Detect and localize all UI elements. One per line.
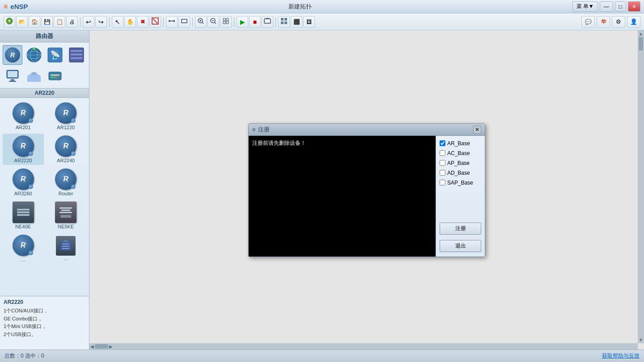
ad-base-label: AD_Base bbox=[447, 170, 470, 176]
huawei-button[interactable]: 华 bbox=[597, 16, 610, 28]
ac-base-checkbox[interactable] bbox=[440, 150, 445, 156]
sap-base-checkbox[interactable] bbox=[440, 180, 445, 185]
device-ar2220[interactable]: R AR2220 bbox=[3, 134, 44, 165]
user-button[interactable]: 👤 bbox=[627, 16, 640, 28]
image-button[interactable]: 🖼 bbox=[303, 16, 315, 28]
new-button[interactable]: + bbox=[4, 16, 15, 28]
black-square-button[interactable]: ⬛ bbox=[291, 16, 302, 28]
settings-button[interactable]: ⚙ bbox=[612, 16, 625, 28]
svg-rect-34 bbox=[71, 54, 82, 55]
zoom-in-button[interactable] bbox=[195, 16, 207, 28]
modal-close-button[interactable]: ✕ bbox=[473, 126, 481, 134]
device-more-1[interactable]: R … bbox=[3, 233, 44, 264]
undo-icon: ↩ bbox=[86, 18, 91, 25]
settings-icon: ⚙ bbox=[616, 18, 621, 25]
svg-rect-53 bbox=[60, 241, 71, 250]
ac-base-label: AC_Base bbox=[447, 150, 470, 156]
snapshot-button[interactable] bbox=[262, 16, 273, 28]
save-button[interactable]: 💾 bbox=[41, 16, 53, 28]
black-square-icon: ⬛ bbox=[293, 19, 300, 25]
titlebar-right-buttons: 菜 单▼ — □ ✕ bbox=[572, 1, 640, 12]
area-delete-button[interactable] bbox=[149, 16, 161, 28]
svg-rect-35 bbox=[71, 57, 82, 59]
sep3 bbox=[163, 17, 164, 27]
device-ar3260[interactable]: R AR3260 bbox=[3, 167, 44, 198]
svg-point-6 bbox=[173, 20, 175, 22]
device-ar1220[interactable]: R AR1220 bbox=[46, 101, 87, 132]
print-button[interactable]: 🖨 bbox=[66, 16, 78, 28]
device-router[interactable]: R Router bbox=[46, 167, 87, 198]
titlebar-left: ≡ eNSP bbox=[4, 3, 28, 11]
rect-button[interactable] bbox=[178, 16, 190, 28]
home-button[interactable]: 🏠 bbox=[29, 16, 40, 28]
app-name: eNSP bbox=[10, 3, 28, 10]
wireless-icon[interactable]: 📡 bbox=[46, 45, 65, 65]
minimize-button[interactable]: — bbox=[600, 1, 613, 12]
fit-button[interactable] bbox=[220, 16, 232, 28]
exit-button[interactable]: 退出 bbox=[440, 240, 481, 252]
stop-icon: ■ bbox=[253, 18, 257, 25]
toolbar: + 📂 🏠 💾 📋 🖨 ↩ ↪ ↖ ✋ ✖ bbox=[0, 13, 644, 30]
device-ar2240[interactable]: R AR2240 bbox=[46, 134, 87, 165]
statusbar-left: 总数：0 选中：0 bbox=[4, 352, 44, 360]
stop-button[interactable]: ■ bbox=[249, 16, 261, 28]
device-more-2[interactable]: … bbox=[46, 233, 87, 264]
svg-rect-38 bbox=[11, 79, 14, 81]
select-button[interactable]: ↖ bbox=[112, 16, 123, 28]
connect-button[interactable] bbox=[166, 16, 178, 28]
modal-title-text: 注册 bbox=[258, 126, 270, 134]
chat-button[interactable]: 💬 bbox=[581, 16, 595, 28]
undo-button[interactable]: ↩ bbox=[83, 16, 94, 28]
svg-rect-18 bbox=[226, 21, 229, 24]
maximize-button[interactable]: □ bbox=[615, 1, 626, 12]
topo-icon bbox=[280, 17, 288, 26]
svg-rect-33 bbox=[71, 50, 82, 52]
modal-overlay: ≡ 注册 ✕ 注册前请先删除设备！ bbox=[89, 30, 644, 349]
save-icon: 💾 bbox=[44, 19, 51, 25]
svg-line-14 bbox=[215, 22, 216, 24]
router-type-2-icon[interactable] bbox=[24, 45, 44, 65]
hand-button[interactable]: ✋ bbox=[124, 16, 136, 28]
redo-button[interactable]: ↪ bbox=[95, 16, 107, 28]
play-button[interactable]: ▶ bbox=[237, 16, 248, 28]
open-button[interactable]: 📂 bbox=[16, 16, 28, 28]
svg-rect-39 bbox=[9, 81, 16, 82]
device-list-scroll[interactable]: R AR201 R AR1220 R AR2220 bbox=[0, 98, 89, 296]
device-ne5ke[interactable]: NE5KE bbox=[46, 200, 87, 231]
rect-icon bbox=[181, 17, 188, 26]
zoom-out-button[interactable] bbox=[208, 16, 219, 28]
statusbar-right[interactable]: 获取帮助与反馈 bbox=[602, 352, 640, 360]
canvas-area[interactable]: ▲ ▼ ◀ ▶ ≡ 注册 bbox=[89, 30, 644, 349]
topo-view-button[interactable] bbox=[278, 16, 290, 28]
ad-base-checkbox[interactable] bbox=[440, 170, 445, 176]
ar-base-label: AR_Base bbox=[447, 140, 470, 147]
device-type-grid: R 📡 bbox=[0, 42, 89, 88]
firewall-icon[interactable] bbox=[67, 45, 86, 65]
device-ne40e[interactable]: NE40E bbox=[3, 200, 44, 231]
info-panel: AR2220 1个CON/AUX接口， GE Combo接口， 1个Mini U… bbox=[0, 296, 89, 349]
connect-icon bbox=[168, 17, 175, 26]
cloud-icon[interactable] bbox=[24, 67, 44, 85]
device-ar201[interactable]: R AR201 bbox=[3, 101, 44, 132]
save-as-button[interactable]: 📋 bbox=[54, 16, 65, 28]
delete-button[interactable]: ✖ bbox=[137, 16, 148, 28]
svg-rect-15 bbox=[223, 18, 225, 21]
select-icon: ↖ bbox=[115, 18, 120, 25]
modal-dialog: ≡ 注册 ✕ 注册前请先删除设备！ bbox=[248, 123, 485, 257]
modal-terminal: 注册前请先删除设备！ bbox=[249, 136, 436, 257]
ar-base-checkbox[interactable] bbox=[440, 140, 445, 146]
sep2 bbox=[109, 17, 110, 27]
pc-icon[interactable] bbox=[3, 67, 22, 85]
register-button[interactable]: 注册 bbox=[440, 223, 481, 235]
close-button[interactable]: ✕ bbox=[628, 1, 640, 12]
section-label: AR2220 bbox=[0, 88, 89, 98]
snapshot-icon bbox=[264, 17, 271, 26]
area-delete-icon bbox=[152, 17, 159, 26]
titlebar: ≡ eNSP 新建拓扑 菜 单▼ — □ ✕ bbox=[0, 0, 644, 13]
router-type-1-icon[interactable]: R bbox=[3, 45, 22, 65]
svg-rect-24 bbox=[284, 21, 287, 24]
ap-base-checkbox[interactable] bbox=[440, 160, 445, 166]
switch-icon[interactable] bbox=[46, 67, 65, 85]
menu-button[interactable]: 菜 单▼ bbox=[572, 1, 598, 12]
ne-row bbox=[17, 209, 30, 210]
